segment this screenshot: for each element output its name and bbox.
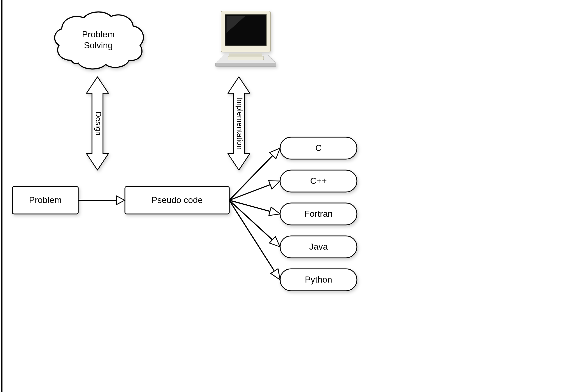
lang-java-label: Java: [309, 242, 328, 252]
svg-marker-19: [269, 177, 282, 189]
node-pseudo-code-label: Pseudo code: [152, 195, 203, 205]
diagram-canvas: Problem Solving Design Implementation Pr…: [0, 0, 573, 392]
lang-fortran-label: Fortran: [304, 209, 332, 219]
arrow-problem-to-pseudo: [78, 196, 125, 205]
svg-rect-5: [228, 56, 264, 60]
node-problem-label: Problem: [29, 195, 62, 205]
lang-c-label: C: [315, 143, 322, 153]
svg-rect-6: [229, 53, 262, 56]
svg-line-18: [229, 184, 272, 200]
svg-marker-4: [216, 63, 276, 66]
design-label: Design: [94, 111, 103, 135]
arrow-pseudo-to-fortran: [229, 200, 281, 218]
svg-marker-21: [269, 207, 281, 218]
lang-cpp-label: C++: [310, 176, 327, 186]
arrow-pseudo-to-cpp: [229, 177, 282, 200]
svg-marker-10: [116, 196, 125, 205]
lang-python-label: Python: [305, 275, 332, 284]
cloud-text-line2: Solving: [84, 40, 113, 50]
implementation-label: Implementation: [236, 97, 244, 150]
computer-icon: [216, 11, 276, 66]
cloud-text-line1: Problem: [82, 29, 114, 39]
